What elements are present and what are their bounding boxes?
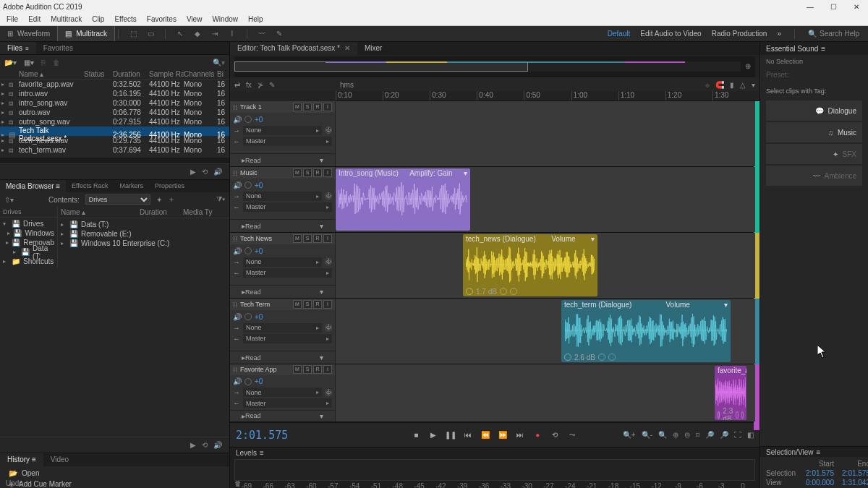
time-select-tool-icon[interactable]: I (226, 28, 238, 40)
track-lane[interactable]: Intro_song (Music)Amplify: Gain ▾ (336, 167, 755, 232)
overview-strip[interactable]: ⊕ (234, 56, 755, 77)
record-button[interactable]: ● (532, 430, 542, 440)
volume-knob[interactable] (244, 116, 252, 123)
tool-rectangle-icon[interactable]: ▭ (145, 28, 156, 40)
monitor-button[interactable]: I (323, 103, 332, 111)
zoom-in-time-icon[interactable]: 🔍+ (623, 431, 636, 439)
volume-value[interactable]: +0 (255, 313, 263, 321)
track-lane[interactable]: favorite_app 2.3 dB (336, 364, 755, 421)
move-tool-icon[interactable]: ↖ (174, 28, 186, 40)
tag-music[interactable]: ♫Music (766, 122, 862, 142)
tree-item[interactable]: ▸💾Data (T: (3, 247, 54, 257)
automation-mode-select[interactable]: Read (245, 223, 320, 230)
zoom-reset-icon[interactable]: 🔍 (658, 431, 667, 439)
history-item[interactable]: 📂Open (0, 468, 229, 479)
menu-favorites[interactable]: Favorites (142, 15, 182, 23)
chevron-down-icon[interactable]: ▾ (464, 169, 467, 177)
volume-knob[interactable] (244, 247, 252, 254)
automation-mode-select[interactable]: Read (245, 412, 320, 419)
audio-clip[interactable]: tech_term (Dialogue)Volume ▾ 2.6 dB (561, 300, 731, 362)
new-folder-icon[interactable]: ✦ (156, 196, 162, 204)
fx-select[interactable]: None▸ (243, 192, 322, 201)
multitrack-mode-button[interactable]: ▤ Multitrack (57, 26, 115, 41)
automation-mode-select[interactable]: Read (245, 157, 320, 164)
solo-button[interactable]: S (303, 300, 312, 309)
tree-item[interactable]: ▸💾Data (T:) (61, 220, 226, 229)
track-name[interactable]: Track 1 (240, 103, 262, 111)
tree-drives[interactable]: ▾💾Drives (3, 219, 54, 228)
file-row[interactable]: ▸ ⧈ outro_song.wav 0:27.915 44100 Hz Mon… (0, 117, 229, 127)
tab-editor[interactable]: Editor: Tech Talk Podcast.sesx *✕ (230, 42, 357, 55)
panel-menu-icon[interactable]: ≡ (821, 45, 825, 53)
chevron-down-icon[interactable]: ▾ (320, 156, 323, 164)
panel-menu-icon[interactable]: ≡ (25, 46, 29, 52)
output-select[interactable]: Master▸ (243, 334, 332, 343)
file-row[interactable]: ▸ ⧈ tech_term.wav 0:37.694 44100 Hz Mono… (0, 145, 229, 155)
clip-speech-icon[interactable] (510, 288, 517, 295)
play-preview-icon[interactable]: ▶ (190, 441, 196, 449)
menu-file[interactable]: File (1, 15, 23, 23)
clip-fx-icon[interactable] (736, 411, 738, 419)
chevron-down-icon[interactable]: ▾ (591, 235, 595, 243)
expand-arrow-icon[interactable]: ▸ (1, 100, 9, 106)
expand-arrow-icon[interactable]: ▸ (1, 109, 9, 116)
fx-icon[interactable]: fx (246, 81, 252, 89)
panel-menu-icon[interactable]: ≡ (816, 448, 820, 456)
record-arm-button[interactable]: R (313, 300, 322, 309)
tree-shortcuts[interactable]: ▸📁Shortcuts (3, 257, 54, 266)
volume-value[interactable]: +0 (255, 181, 263, 189)
pause-button[interactable]: ❚❚ (446, 430, 456, 440)
monitor-button[interactable]: I (323, 365, 332, 374)
go-end-button[interactable]: ⏭ (515, 430, 525, 440)
brush-tool-icon[interactable]: 〰 (256, 28, 268, 40)
clip-gain-knob[interactable] (564, 354, 571, 361)
volume-value[interactable]: +0 (255, 247, 263, 255)
rewind-button[interactable]: ⏪ (480, 430, 490, 440)
solo-button[interactable]: S (303, 103, 312, 111)
send-icon[interactable]: ⊁ (258, 81, 263, 89)
new-file-icon[interactable]: ▦▾ (24, 59, 34, 67)
tab-effects-rack[interactable]: Effects Rack (66, 180, 114, 192)
col-duration[interactable]: Duration (113, 70, 149, 78)
search-help[interactable]: 🔍 Search Help (808, 30, 859, 38)
clip-speech-icon[interactable] (741, 411, 744, 419)
zoom-in-amp-icon[interactable]: ⊕ (673, 431, 678, 439)
solo-button[interactable]: S (303, 168, 312, 177)
output-select[interactable]: Master▸ (243, 268, 332, 278)
expand-arrow-icon[interactable]: ▸ (1, 137, 9, 144)
loop-preview-icon[interactable]: ⟲ (202, 441, 208, 449)
workspace-edit-audio[interactable]: Edit Audio to Video (640, 30, 701, 38)
autoplay-icon[interactable]: 🔊 (213, 168, 222, 176)
tool-hybrid-icon[interactable]: ⬚ (127, 28, 139, 40)
mute-button[interactable]: M (293, 365, 302, 374)
env-icon[interactable]: ✎ (269, 81, 275, 89)
tab-favorites[interactable]: Favorites (36, 42, 80, 54)
clip-gain-knob[interactable] (718, 411, 720, 419)
fx-select[interactable]: None▸ (243, 323, 322, 333)
panel-menu-icon[interactable]: ≡ (56, 182, 60, 190)
tab-properties[interactable]: Properties (149, 180, 190, 192)
monitor-button[interactable]: I (323, 300, 332, 309)
volume-knob[interactable] (244, 378, 252, 385)
tag-ambience[interactable]: 〰Ambience (766, 166, 862, 186)
filter-funnel-icon[interactable]: ⧩▾ (216, 195, 225, 204)
col-duration[interactable]: Duration (140, 208, 183, 216)
col-bit[interactable]: Bi (217, 70, 231, 78)
track-lane[interactable]: tech_term (Dialogue)Volume ▾ 2.6 dB (336, 299, 755, 364)
menu-help[interactable]: Help (243, 15, 268, 23)
monitor-button[interactable]: I (323, 234, 332, 243)
record-arm-button[interactable]: R (313, 234, 322, 243)
close-tab-icon[interactable]: ✕ (344, 44, 350, 52)
up-folder-icon[interactable]: ⇧▾ (4, 196, 14, 204)
loop-button[interactable]: ⟲ (550, 430, 560, 440)
timecode[interactable]: 2:01.575 (236, 429, 288, 442)
audio-clip[interactable]: Intro_song (Music)Amplify: Gain ▾ (336, 168, 470, 231)
clip-fx-icon[interactable] (598, 354, 605, 361)
metronome-icon[interactable]: △ (740, 81, 746, 89)
workspace-more-icon[interactable]: » (777, 30, 781, 38)
zoom-sel-icon[interactable]: ⌑ (696, 431, 699, 439)
zoom-nav-icon[interactable]: ◧ (747, 431, 754, 439)
add-icon[interactable]: ＋ (168, 194, 175, 205)
output-select[interactable]: Master▸ (243, 202, 332, 212)
close-button[interactable]: ✕ (848, 3, 865, 11)
